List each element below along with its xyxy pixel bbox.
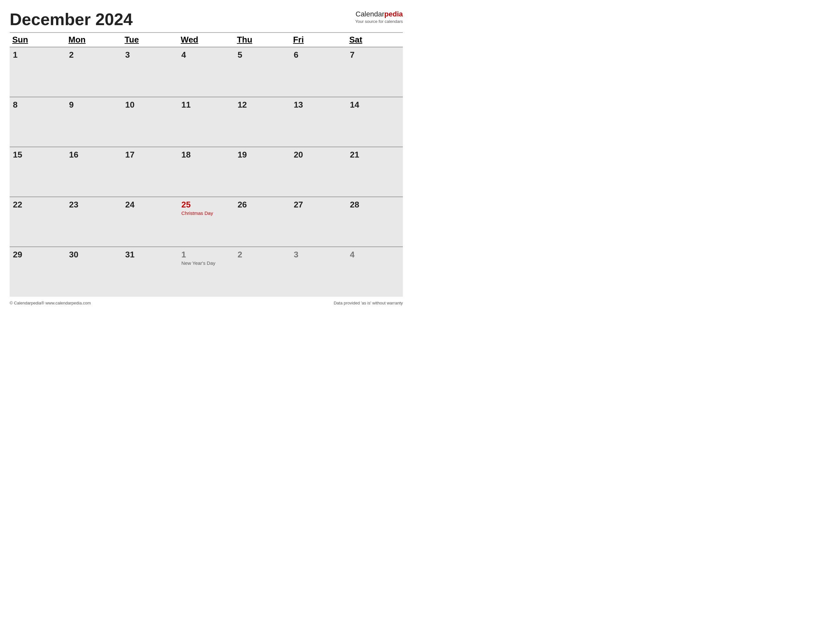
day-number: 3 xyxy=(294,250,343,259)
day-number: 14 xyxy=(350,100,400,110)
calendar-grid: SunMonTueWedThuFriSat 123456789101112131… xyxy=(10,32,403,297)
calendar-cell: 14 xyxy=(347,97,403,147)
day-number: 22 xyxy=(13,200,63,210)
day-number: 2 xyxy=(69,50,119,60)
footer-copyright: © Calendarpedia® www.calendarpedia.com xyxy=(10,301,91,306)
calendar-cell: 23 xyxy=(66,197,122,247)
day-number: 17 xyxy=(125,150,175,160)
day-number: 7 xyxy=(350,50,400,60)
page-header: December 2024 Calendarpedia Your source … xyxy=(10,10,403,29)
calendar-cell: 13 xyxy=(290,97,346,147)
calendar-cell: 2 xyxy=(234,247,290,297)
day-number: 8 xyxy=(13,100,63,110)
dow-header-wed: Wed xyxy=(178,32,234,47)
calendar-cell: 22 xyxy=(10,197,66,247)
dow-header-fri: Fri xyxy=(290,32,346,47)
calendar-cell: 24 xyxy=(122,197,178,247)
calendar-cell: 20 xyxy=(290,147,346,197)
dow-header-thu: Thu xyxy=(234,32,290,47)
calendar-cell: 30 xyxy=(66,247,122,297)
calendar-cell: 29 xyxy=(10,247,66,297)
calendar-cell: 12 xyxy=(234,97,290,147)
calendar-cell: 19 xyxy=(234,147,290,197)
day-number: 4 xyxy=(350,250,400,259)
calendar-cell: 9 xyxy=(66,97,122,147)
brand-pedia: pedia xyxy=(385,10,403,18)
calendar-cell: 10 xyxy=(122,97,178,147)
dow-header-mon: Mon xyxy=(66,32,122,47)
calendar-cell: 17 xyxy=(122,147,178,197)
dow-header-sun: Sun xyxy=(10,32,66,47)
calendar-cell: 26 xyxy=(234,197,290,247)
week-row-1: 1234567 xyxy=(10,47,403,97)
week-row-2: 891011121314 xyxy=(10,97,403,147)
calendar-cell: 18 xyxy=(178,147,234,197)
day-number: 1 xyxy=(13,50,63,60)
brand-calendar: Calendar xyxy=(355,10,384,18)
calendar-cell: 1 xyxy=(10,47,66,97)
holiday-name: New Year's Day xyxy=(181,260,231,266)
calendar-cell: 11 xyxy=(178,97,234,147)
day-number: 16 xyxy=(69,150,119,160)
dow-header-tue: Tue xyxy=(122,32,178,47)
calendar-cell: 28 xyxy=(347,197,403,247)
brand-tagline: Your source for calendars xyxy=(355,19,403,25)
day-number: 4 xyxy=(181,50,231,60)
calendar-cell: 3 xyxy=(122,47,178,97)
day-number: 28 xyxy=(350,200,400,210)
page-footer: © Calendarpedia® www.calendarpedia.com D… xyxy=(10,301,403,306)
day-number: 1 xyxy=(181,250,231,259)
calendar-cell: 6 xyxy=(290,47,346,97)
day-number: 24 xyxy=(125,200,175,210)
day-number: 27 xyxy=(294,200,343,210)
calendar-cell: 3 xyxy=(290,247,346,297)
day-number: 11 xyxy=(181,100,231,110)
day-number: 21 xyxy=(350,150,400,160)
calendar-body: 1234567891011121314151617181920212223242… xyxy=(10,47,403,297)
calendar-cell: 7 xyxy=(347,47,403,97)
day-number: 18 xyxy=(181,150,231,160)
calendar-cell: 25Christmas Day xyxy=(178,197,234,247)
day-number: 2 xyxy=(238,250,287,259)
day-number: 15 xyxy=(13,150,63,160)
footer-disclaimer: Data provided 'as is' without warranty xyxy=(334,301,403,306)
day-number: 26 xyxy=(238,200,287,210)
day-number: 23 xyxy=(69,200,119,210)
days-of-week-row: SunMonTueWedThuFriSat xyxy=(10,32,403,47)
calendar-cell: 27 xyxy=(290,197,346,247)
day-number: 12 xyxy=(238,100,287,110)
day-number: 25 xyxy=(181,200,231,210)
calendar-cell: 15 xyxy=(10,147,66,197)
calendar-cell: 16 xyxy=(66,147,122,197)
week-row-4: 22232425Christmas Day262728 xyxy=(10,197,403,247)
calendar-cell: 4 xyxy=(347,247,403,297)
calendar-cell: 31 xyxy=(122,247,178,297)
day-number: 6 xyxy=(294,50,343,60)
calendar-cell: 1New Year's Day xyxy=(178,247,234,297)
day-number: 3 xyxy=(125,50,175,60)
dow-header-sat: Sat xyxy=(347,32,403,47)
day-number: 19 xyxy=(238,150,287,160)
calendar-cell: 5 xyxy=(234,47,290,97)
day-number: 5 xyxy=(238,50,287,60)
day-number: 13 xyxy=(294,100,343,110)
day-number: 29 xyxy=(13,250,63,259)
day-number: 10 xyxy=(125,100,175,110)
day-number: 20 xyxy=(294,150,343,160)
calendar-cell: 2 xyxy=(66,47,122,97)
day-number: 9 xyxy=(69,100,119,110)
week-row-5: 2930311New Year's Day234 xyxy=(10,247,403,297)
holiday-name: Christmas Day xyxy=(181,210,231,216)
day-number: 31 xyxy=(125,250,175,259)
day-number: 30 xyxy=(69,250,119,259)
month-title: December 2024 xyxy=(10,10,133,29)
calendar-cell: 4 xyxy=(178,47,234,97)
brand-logo: Calendarpedia Your source for calendars xyxy=(355,10,403,24)
week-row-3: 15161718192021 xyxy=(10,147,403,197)
calendar-cell: 21 xyxy=(347,147,403,197)
calendar-cell: 8 xyxy=(10,97,66,147)
